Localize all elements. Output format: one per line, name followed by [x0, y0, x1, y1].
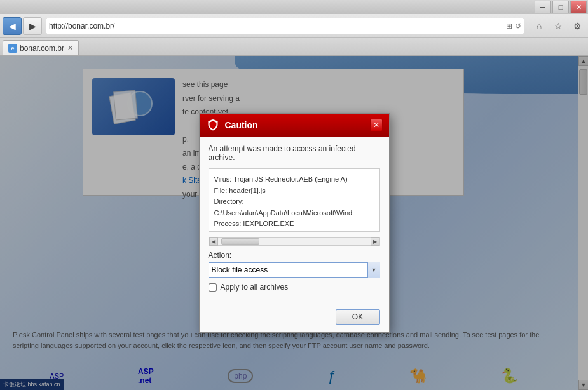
tab-favicon: e [8, 44, 17, 53]
home-button[interactable]: ⌂ [531, 18, 547, 34]
title-bar: ─ □ ✕ [0, 0, 588, 14]
address-bar[interactable]: http://bonar.com.br/ ⊞ ↺ [46, 18, 524, 34]
modal-header: Caution ✕ [200, 114, 389, 137]
scroll-h-thumb[interactable] [221, 238, 259, 245]
apply-to-archives-checkbox[interactable] [209, 283, 217, 292]
address-right-icons: ⊞ ↺ [506, 22, 521, 30]
scroll-left-button[interactable]: ◀ [209, 237, 218, 246]
forward-button[interactable]: ▶ [23, 17, 42, 35]
virus-line-4: Process: IEXPLORE.EXE [214, 219, 374, 230]
scroll-right-button[interactable]: ▶ [371, 237, 379, 246]
virus-info-box: Virus: Trojan.JS.Redirector.AEB (Engine … [209, 168, 380, 232]
action-label: Action: [209, 251, 380, 260]
apply-to-archives-row: Apply to all archives [209, 283, 380, 292]
compat-icon[interactable]: ⊞ [506, 22, 512, 30]
favorites-button[interactable]: ☆ [550, 18, 566, 34]
action-select-wrapper: Block file access Allow access Quarantin… [209, 262, 380, 278]
page-background: see this page rver for serving a te cont… [0, 56, 588, 390]
security-icon [206, 118, 220, 132]
warning-message: An attempt was made to access an infecte… [209, 144, 380, 162]
browser-tab[interactable]: e bonar.com.br ✕ [3, 40, 79, 55]
refresh-icon[interactable]: ↺ [515, 22, 521, 30]
tab-bar: e bonar.com.br ✕ [0, 38, 588, 56]
page-content: see this page rver for serving a te cont… [0, 56, 588, 390]
modal-overlay: Caution ✕ An attempt was made to access … [0, 56, 588, 390]
url-text: http://bonar.com.br/ [49, 22, 506, 30]
minimize-button[interactable]: ─ [535, 1, 551, 13]
modal-title: Caution [225, 120, 370, 130]
virus-line-3: Directory: C:\Users\alan\AppData\Local\M… [214, 196, 374, 219]
action-select[interactable]: Block file access Allow access Quarantin… [209, 262, 380, 278]
close-window-button[interactable]: ✕ [570, 1, 587, 13]
ok-label: OK [352, 313, 363, 321]
caution-dialog: Caution ✕ An attempt was made to access … [199, 113, 390, 333]
modal-body: An attempt was made to access an infecte… [200, 137, 389, 307]
maximize-button[interactable]: □ [552, 1, 569, 13]
virus-line-2: File: header[1].js [214, 185, 374, 197]
tab-label: bonar.com.br [20, 44, 64, 53]
modal-footer: OK [200, 307, 389, 332]
horizontal-scrollbar: ◀ ▶ [209, 237, 380, 246]
tools-button[interactable]: ⚙ [569, 18, 585, 34]
browser-frame: ─ □ ✕ ◀ ▶ http://bonar.com.br/ ⊞ ↺ ⌂ ☆ ⚙… [0, 0, 588, 390]
virus-line-1: Virus: Trojan.JS.Redirector.AEB (Engine … [214, 174, 374, 185]
tab-close-button[interactable]: ✕ [67, 44, 73, 52]
back-button[interactable]: ◀ [3, 17, 22, 35]
ok-button[interactable]: OK [336, 309, 380, 325]
modal-close-button[interactable]: ✕ [370, 119, 383, 131]
apply-to-archives-label: Apply to all archives [221, 283, 289, 292]
right-toolbar: ⌂ ☆ ⚙ [531, 18, 585, 34]
scroll-h-track[interactable] [218, 238, 371, 245]
browser-toolbar: ◀ ▶ http://bonar.com.br/ ⊞ ↺ ⌂ ☆ ⚙ [0, 14, 588, 38]
